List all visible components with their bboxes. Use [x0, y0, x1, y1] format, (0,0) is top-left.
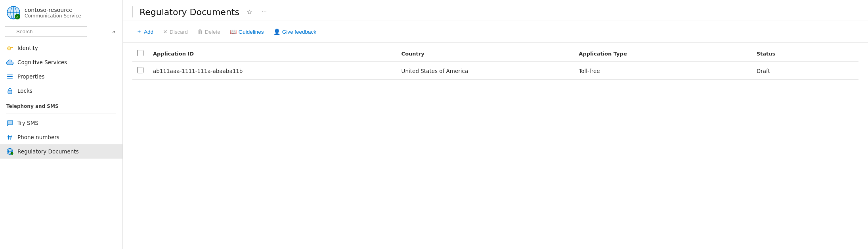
cloud-icon [6, 59, 13, 66]
discard-label: Discard [170, 29, 188, 35]
sidebar-item-cognitive-services-label: Cognitive Services [17, 59, 67, 65]
sidebar-nav: Identity Cognitive Services Properties [0, 41, 122, 249]
sidebar-title-group: contoso-resource Communication Service [25, 7, 81, 19]
sidebar-search-row: 🔍 « [0, 24, 122, 41]
svg-rect-12 [7, 76, 13, 77]
row-checkbox-cell [132, 62, 148, 80]
app-logo-icon: ✓ [6, 6, 21, 20]
collapse-sidebar-button[interactable]: « [110, 27, 118, 36]
svg-line-16 [11, 135, 11, 140]
more-options-button[interactable]: ··· [259, 7, 269, 17]
table-header: Application ID Country Application Type … [132, 46, 858, 62]
svg-text:✓: ✓ [16, 15, 19, 19]
sidebar-item-identity[interactable]: Identity [0, 41, 122, 55]
table-area: Application ID Country Application Type … [123, 43, 868, 249]
sidebar: ✓ contoso-resource Communication Service… [0, 0, 123, 249]
globe-icon: ✓ [6, 148, 13, 155]
row-application-type: Toll-free [574, 62, 751, 80]
th-select-all [132, 46, 148, 62]
discard-button[interactable]: ✕ Discard [159, 26, 192, 37]
guidelines-icon: 📖 [230, 29, 237, 35]
sidebar-item-properties-label: Properties [17, 73, 44, 80]
delete-icon: 🗑 [197, 29, 203, 35]
sms-icon [6, 119, 13, 126]
svg-line-15 [8, 135, 9, 140]
th-application-type: Application Type [574, 46, 751, 62]
give-feedback-button[interactable]: 👤 Give feedback [270, 26, 320, 37]
sidebar-item-try-sms-label: Try SMS [17, 120, 38, 126]
sidebar-resource-type: Communication Service [25, 13, 81, 19]
svg-rect-14 [8, 90, 12, 94]
th-application-id: Application ID [148, 46, 397, 62]
page-header: Regulatory Documents ☆ ··· [123, 0, 868, 21]
sidebar-item-try-sms[interactable]: Try SMS [0, 116, 122, 130]
favorite-button[interactable]: ☆ [244, 7, 254, 17]
search-input[interactable] [5, 26, 87, 37]
sidebar-item-cognitive-services[interactable]: Cognitive Services [0, 55, 122, 69]
row-status: Draft [752, 62, 858, 80]
star-icon: ☆ [247, 8, 252, 16]
regulatory-documents-table: Application ID Country Application Type … [132, 46, 858, 80]
chevron-left-icon: « [112, 29, 115, 35]
sidebar-item-regulatory-documents[interactable]: ✓ Regulatory Documents [0, 144, 122, 159]
ellipsis-icon: ··· [262, 8, 267, 15]
key-icon [6, 44, 13, 52]
telephony-section-label: Telephony and SMS [0, 98, 122, 111]
guidelines-button[interactable]: 📖 Guidelines [226, 26, 268, 37]
delete-label: Delete [205, 29, 220, 35]
add-label: Add [144, 29, 153, 35]
header-divider [132, 6, 133, 17]
select-all-checkbox[interactable] [137, 50, 143, 56]
th-country: Country [397, 46, 574, 62]
sidebar-item-properties[interactable]: Properties [0, 69, 122, 84]
row-country: United States of America [397, 62, 574, 80]
sidebar-item-phone-numbers-label: Phone numbers [17, 134, 59, 140]
th-status: Status [752, 46, 858, 62]
svg-rect-11 [7, 75, 13, 75]
sidebar-item-regulatory-documents-label: Regulatory Documents [17, 148, 79, 155]
lock-icon [6, 87, 13, 94]
main-content: Regulatory Documents ☆ ··· ＋ Add ✕ Disca… [123, 0, 868, 249]
nav-divider [6, 113, 116, 113]
svg-rect-13 [7, 78, 13, 79]
sidebar-resource-name: contoso-resource [25, 7, 81, 13]
add-button[interactable]: ＋ Add [132, 26, 157, 38]
sidebar-item-locks-label: Locks [17, 88, 33, 94]
row-application-id: ab111aaa-1111-111a-abaaba11b [148, 62, 397, 80]
feedback-label: Give feedback [282, 29, 316, 35]
sidebar-header: ✓ contoso-resource Communication Service [0, 0, 122, 24]
guidelines-label: Guidelines [239, 29, 264, 35]
table-header-row: Application ID Country Application Type … [132, 46, 858, 62]
toolbar: ＋ Add ✕ Discard 🗑 Delete 📖 Guidelines 👤 … [123, 21, 868, 43]
row-select-checkbox[interactable] [137, 67, 143, 73]
table-row: ab111aaa-1111-111a-abaaba11b United Stat… [132, 62, 858, 80]
svg-point-7 [8, 47, 11, 50]
add-icon: ＋ [136, 28, 142, 35]
sidebar-item-phone-numbers[interactable]: Phone numbers [0, 130, 122, 144]
feedback-icon: 👤 [273, 29, 280, 35]
page-title: Regulatory Documents [140, 7, 239, 17]
delete-button[interactable]: 🗑 Delete [193, 26, 224, 37]
search-wrap: 🔍 [5, 26, 107, 37]
bars-icon [6, 73, 13, 80]
discard-icon: ✕ [163, 29, 168, 35]
sidebar-item-locks[interactable]: Locks [0, 84, 122, 98]
svg-text:✓: ✓ [11, 153, 13, 155]
table-body: ab111aaa-1111-111a-abaaba11b United Stat… [132, 62, 858, 80]
sidebar-item-identity-label: Identity [17, 45, 38, 51]
hash-icon [6, 134, 13, 141]
